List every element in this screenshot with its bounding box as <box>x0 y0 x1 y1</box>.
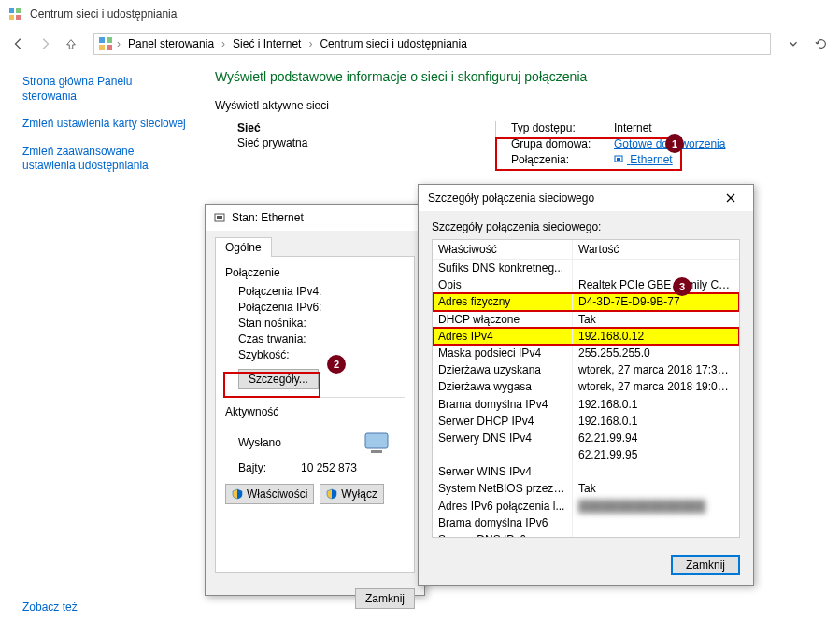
breadcrumb[interactable]: › Panel sterowania › Sieć i Internet › C… <box>93 33 771 55</box>
value-cell <box>573 515 739 531</box>
details-button[interactable]: Szczegóły... <box>238 369 319 389</box>
value-cell <box>573 463 739 480</box>
svg-rect-0 <box>9 8 14 13</box>
value-cell: Tak <box>573 311 739 328</box>
property-cell: Adres IPv4 <box>433 328 573 345</box>
navbar: › Panel sterowania › Sieć i Internet › C… <box>0 28 840 60</box>
subheading: Wyświetl aktywne sieci <box>215 99 821 112</box>
up-button[interactable] <box>60 33 82 55</box>
table-row[interactable]: Serwer DNS IPv6 <box>433 531 739 538</box>
sidebar-item-home[interactable]: Strona główna Panelu sterowania <box>22 75 187 104</box>
sidebar-item-adapter[interactable]: Zmień ustawienia karty sieciowej <box>22 117 187 132</box>
table-row[interactable]: DHCP włączoneTak <box>433 311 739 328</box>
property-cell: Serwery DNS IPv4 <box>433 430 573 446</box>
shield-icon <box>326 488 337 500</box>
annotation-3: 3 <box>673 277 691 296</box>
dialog2-title: Szczegóły połączenia sieciowego <box>428 191 594 205</box>
svg-rect-13 <box>371 450 382 453</box>
dialog2-close-button[interactable]: Zamknij <box>671 555 740 575</box>
table-row[interactable]: Dzierżawa uzyskanawtorek, 27 marca 2018 … <box>433 361 739 378</box>
tab-general[interactable]: Ogólne <box>215 237 272 257</box>
table-row[interactable]: Serwer DHCP IPv4192.168.0.1 <box>433 413 739 430</box>
svg-rect-4 <box>99 37 105 43</box>
annotation-2: 2 <box>327 355 346 374</box>
value-cell <box>573 531 739 538</box>
details-table[interactable]: Właściwość Wartość Sufiks DNS konkretneg… <box>432 239 740 538</box>
back-button[interactable] <box>7 33 30 55</box>
svg-rect-7 <box>107 45 112 50</box>
table-row[interactable]: Serwery DNS IPv462.21.99.94 <box>433 430 739 446</box>
value-cell: 192.168.0.1 <box>573 396 739 413</box>
value-cell: Tak <box>573 480 739 497</box>
table-row[interactable]: Maska podsieci IPv4255.255.255.0 <box>433 345 739 361</box>
value-column-header[interactable]: Wartość <box>573 240 739 259</box>
homegroup-label: Grupa domowa: <box>511 137 614 150</box>
disable-button[interactable]: Wyłącz <box>320 484 384 504</box>
connection-details-dialog: Szczegóły połączenia sieciowego Szczegół… <box>418 184 754 586</box>
table-row[interactable]: Adres IPv6 połączenia l...██████████████… <box>433 498 739 515</box>
property-cell: Opis <box>433 276 573 293</box>
value-cell: D4-3D-7E-D9-9B-77 <box>573 293 739 310</box>
forward-button[interactable] <box>34 33 56 55</box>
value-cell: Realtek PCIe GBE Family Controller <box>573 276 739 293</box>
network-name: Sieć <box>237 121 495 134</box>
refresh-button[interactable] <box>810 33 833 55</box>
property-cell: Brama domyślna IPv4 <box>433 396 573 413</box>
properties-button[interactable]: Właściwości <box>225 484 314 504</box>
details-label: Szczegóły połączenia sieciowego: <box>432 220 740 233</box>
annotation-1: 1 <box>665 134 684 153</box>
shield-icon <box>232 488 243 500</box>
table-row[interactable]: Brama domyślna IPv4192.168.0.1 <box>433 396 739 413</box>
bytes-value: 10 252 873 <box>301 461 357 474</box>
value-cell: wtorek, 27 marca 2018 17:34:37 <box>573 361 739 378</box>
crumb-siec-internet[interactable]: Sieć i Internet <box>229 35 305 52</box>
speed-label: Szybkość: <box>238 348 290 361</box>
property-cell: Serwer WINS IPv4 <box>433 463 573 480</box>
table-row[interactable]: Brama domyślna IPv6 <box>433 515 739 531</box>
property-column-header[interactable]: Właściwość <box>433 240 573 259</box>
page-heading: Wyświetl podstawowe informacje o sieci i… <box>215 69 821 84</box>
media-label: Stan nośnika: <box>238 317 306 330</box>
sent-label: Wysłano <box>238 436 281 449</box>
table-row[interactable]: Sufiks DNS konkretneg... <box>433 260 739 276</box>
divider <box>225 397 405 398</box>
property-cell: Dzierżawa wygasa <box>433 378 573 395</box>
table-row[interactable]: OpisRealtek PCIe GBE Family Controller <box>433 276 739 293</box>
network-type: Sieć prywatna <box>237 136 495 149</box>
ethernet-icon <box>213 211 226 224</box>
table-row[interactable]: Adres IPv4192.168.0.12 <box>433 328 739 345</box>
svg-rect-6 <box>99 45 105 50</box>
table-row[interactable]: Adres fizycznyD4-3D-7E-D9-9B-77 <box>433 293 739 310</box>
crumb-centrum[interactable]: Centrum sieci i udostępniania <box>316 35 470 52</box>
chevron-right-icon: › <box>306 37 314 50</box>
table-row[interactable]: 62.21.99.95 <box>433 446 739 463</box>
dropdown-button[interactable] <box>782 33 804 55</box>
sidebar: Strona główna Panelu sterowania Zmień us… <box>0 60 196 621</box>
property-cell: DHCP włączone <box>433 311 573 328</box>
dialog2-titlebar[interactable]: Szczegóły połączenia sieciowego <box>419 185 753 211</box>
table-row[interactable]: Dzierżawa wygasawtorek, 27 marca 2018 19… <box>433 378 739 395</box>
connection-section-label: Połączenie <box>225 266 405 279</box>
ipv4-label: Połączenia IPv4: <box>238 285 321 298</box>
svg-rect-12 <box>365 433 388 448</box>
network-center-icon <box>7 7 22 21</box>
table-row[interactable]: System NetBIOS przez T...Tak <box>433 480 739 497</box>
ethernet-status-dialog: Stan: Ethernet Ogólne Połączenie Połącze… <box>205 204 425 596</box>
sidebar-item-sharing[interactable]: Zmień zaawansowane ustawienia udostępnia… <box>22 145 187 174</box>
svg-rect-2 <box>9 15 14 20</box>
close-button[interactable] <box>712 187 749 209</box>
value-cell: 192.168.0.1 <box>573 413 739 430</box>
dialog1-titlebar[interactable]: Stan: Ethernet <box>206 205 424 231</box>
duration-label: Czas trwania: <box>238 332 306 346</box>
connection-link[interactable]: Ethernet <box>614 153 673 166</box>
property-cell: Serwer DHCP IPv4 <box>433 413 573 430</box>
value-cell: wtorek, 27 marca 2018 19:04:14 <box>573 378 739 395</box>
dialog1-title: Stan: Ethernet <box>232 211 304 224</box>
value-cell: 62.21.99.94 <box>573 430 739 446</box>
connections-label: Połączenia: <box>511 153 614 166</box>
dialog1-close-button[interactable]: Zamknij <box>355 588 415 609</box>
property-cell: Maska podsieci IPv4 <box>433 345 573 361</box>
property-cell: Adres fizyczny <box>433 293 573 310</box>
table-row[interactable]: Serwer WINS IPv4 <box>433 463 739 480</box>
crumb-panel-sterowania[interactable]: Panel sterowania <box>124 35 218 52</box>
